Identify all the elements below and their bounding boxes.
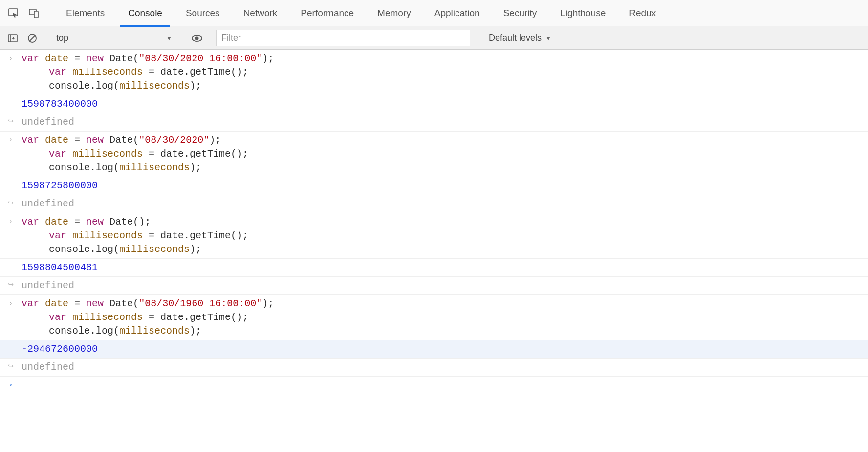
- console-return-row: ↩undefined: [0, 277, 868, 295]
- console-output-row: 1598725800000: [0, 177, 868, 195]
- console-return-value: undefined: [22, 115, 868, 129]
- console-input-row: ›var date = new Date("08/30/2020 16:00:0…: [0, 50, 868, 95]
- separator: [49, 6, 49, 20]
- console-output-value: 1598804500481: [22, 261, 868, 274]
- input-chevron-icon: ›: [0, 134, 22, 143]
- tab-application[interactable]: Application: [423, 0, 492, 26]
- clear-console-icon[interactable]: [23, 29, 41, 47]
- console-log-area[interactable]: ›var date = new Date("08/30/2020 16:00:0…: [0, 50, 868, 393]
- console-return-value: undefined: [22, 197, 868, 211]
- toggle-console-sidebar-icon[interactable]: [4, 29, 22, 47]
- console-output-value: 1598783400000: [22, 97, 868, 111]
- console-output-row: -294672600000: [0, 340, 868, 359]
- console-toolbar: top ▼ Default levels ▼: [0, 26, 868, 50]
- tab-lighthouse[interactable]: Lighthouse: [548, 0, 617, 26]
- separator: [211, 32, 211, 44]
- tab-elements[interactable]: Elements: [54, 0, 116, 26]
- console-output-value: -294672600000: [22, 342, 868, 356]
- console-return-row: ↩undefined: [0, 359, 868, 377]
- chevron-down-icon: ▼: [545, 35, 551, 42]
- prompt-chevron-icon: ›: [0, 379, 22, 388]
- tab-sources[interactable]: Sources: [174, 0, 232, 26]
- live-expression-icon[interactable]: [188, 29, 206, 47]
- tab-security[interactable]: Security: [492, 0, 549, 26]
- console-input-row: ›var date = new Date(); var milliseconds…: [0, 213, 868, 259]
- log-levels-selector[interactable]: Default levels ▼: [482, 29, 558, 47]
- console-output-row: 1598804500481: [0, 259, 868, 277]
- tab-performance[interactable]: Performance: [289, 0, 366, 26]
- separator: [183, 32, 183, 44]
- separator: [46, 32, 46, 44]
- console-return-row: ↩undefined: [0, 195, 868, 213]
- input-chevron-icon: ›: [0, 215, 22, 225]
- return-arrow-icon: ↩: [0, 279, 22, 288]
- return-arrow-icon: ↩: [0, 361, 22, 370]
- filter-input[interactable]: [216, 30, 470, 46]
- svg-rect-2: [34, 11, 38, 18]
- tab-memory[interactable]: Memory: [366, 0, 423, 26]
- return-arrow-icon: ↩: [0, 115, 22, 125]
- inspect-element-icon[interactable]: [6, 6, 21, 21]
- return-arrow-icon: ↩: [0, 197, 22, 206]
- output-gutter: [0, 261, 22, 262]
- console-return-value: undefined: [22, 279, 868, 293]
- output-gutter: [0, 342, 22, 344]
- tab-console[interactable]: Console: [116, 0, 174, 26]
- console-input-row: ›var date = new Date("08/30/2020"); var …: [0, 132, 868, 177]
- devtools-tabs-bar: ElementsConsoleSourcesNetworkPerformance…: [0, 0, 868, 26]
- console-return-row: ↩undefined: [0, 113, 868, 132]
- console-input-row: ›var date = new Date("08/30/1960 16:00:0…: [0, 295, 868, 340]
- chevron-down-icon: ▼: [166, 35, 172, 42]
- tab-redux[interactable]: Redux: [617, 0, 668, 26]
- execution-context-selector[interactable]: top ▼: [51, 29, 178, 47]
- input-chevron-icon: ›: [0, 52, 22, 62]
- tab-network[interactable]: Network: [232, 0, 289, 26]
- device-toolbar-icon[interactable]: [26, 6, 41, 21]
- output-gutter: [0, 179, 22, 181]
- context-label: top: [56, 33, 68, 43]
- tabs-container: ElementsConsoleSourcesNetworkPerformance…: [54, 0, 668, 26]
- console-return-value: undefined: [22, 361, 868, 374]
- console-output-row: 1598783400000: [0, 95, 868, 113]
- input-chevron-icon: ›: [0, 297, 22, 307]
- svg-point-6: [195, 36, 198, 40]
- output-gutter: [0, 97, 22, 99]
- levels-label: Default levels: [489, 33, 542, 43]
- console-prompt-row[interactable]: ›: [0, 377, 868, 393]
- console-output-value: 1598725800000: [22, 179, 868, 193]
